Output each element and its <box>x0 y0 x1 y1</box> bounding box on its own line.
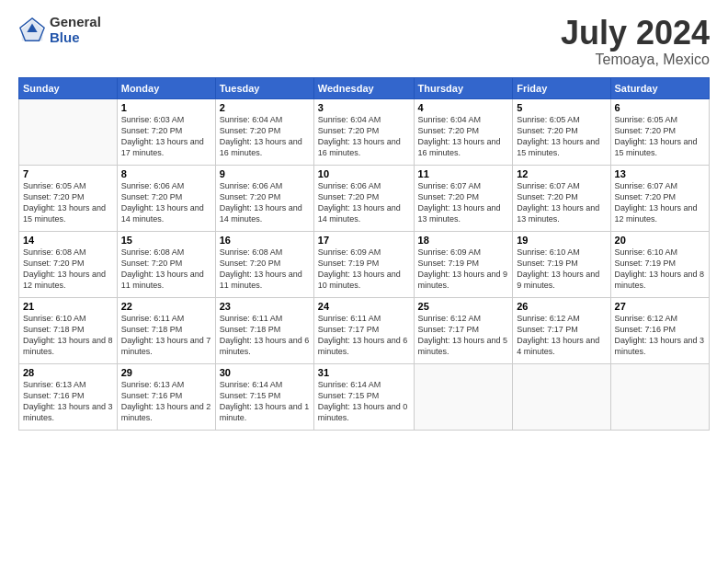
day-info: Sunrise: 6:07 AMSunset: 7:20 PMDaylight:… <box>517 180 606 225</box>
col-thursday: Thursday <box>414 77 513 98</box>
day-number: 17 <box>318 235 410 246</box>
sunrise-text: Sunrise: 6:09 AM <box>318 247 381 257</box>
day-number: 9 <box>220 168 310 179</box>
day-info: Sunrise: 6:12 AMSunset: 7:17 PMDaylight:… <box>418 313 509 358</box>
day-info: Sunrise: 6:05 AMSunset: 7:20 PMDaylight:… <box>23 180 113 225</box>
col-sunday: Sunday <box>19 77 118 98</box>
calendar-week-row: 28Sunrise: 6:13 AMSunset: 7:16 PMDayligh… <box>19 363 710 430</box>
table-row: 18Sunrise: 6:09 AMSunset: 7:19 PMDayligh… <box>414 231 513 297</box>
table-row: 8Sunrise: 6:06 AMSunset: 7:20 PMDaylight… <box>117 165 215 231</box>
day-number: 29 <box>121 367 211 378</box>
table-row: 22Sunrise: 6:11 AMSunset: 7:18 PMDayligh… <box>117 297 215 363</box>
daylight-text: Daylight: 13 hours and 13 minutes. <box>517 203 599 224</box>
sunset-text: Sunset: 7:20 PM <box>121 126 183 135</box>
day-number: 13 <box>615 168 705 179</box>
table-row: 28Sunrise: 6:13 AMSunset: 7:16 PMDayligh… <box>19 363 118 430</box>
day-info: Sunrise: 6:06 AMSunset: 7:20 PMDaylight:… <box>318 180 410 225</box>
sunset-text: Sunset: 7:20 PM <box>121 259 183 268</box>
sunrise-text: Sunrise: 6:04 AM <box>220 115 283 124</box>
sunrise-text: Sunrise: 6:06 AM <box>121 181 185 190</box>
day-number: 5 <box>517 102 606 113</box>
day-info: Sunrise: 6:07 AMSunset: 7:20 PMDaylight:… <box>418 180 509 225</box>
sunset-text: Sunset: 7:19 PM <box>517 259 578 268</box>
calendar-header-row: Sunday Monday Tuesday Wednesday Thursday… <box>19 77 710 98</box>
daylight-text: Daylight: 13 hours and 14 minutes. <box>121 203 204 224</box>
sunset-text: Sunset: 7:17 PM <box>517 325 578 334</box>
daylight-text: Daylight: 13 hours and 12 minutes. <box>615 203 698 224</box>
daylight-text: Daylight: 13 hours and 3 minutes. <box>23 402 113 422</box>
day-info: Sunrise: 6:04 AMSunset: 7:20 PMDaylight:… <box>418 114 509 159</box>
day-info: Sunrise: 6:10 AMSunset: 7:19 PMDaylight:… <box>517 247 606 292</box>
calendar-table: Sunday Monday Tuesday Wednesday Thursday… <box>18 77 710 431</box>
table-row: 27Sunrise: 6:12 AMSunset: 7:16 PMDayligh… <box>610 297 709 363</box>
sunset-text: Sunset: 7:20 PM <box>220 192 281 201</box>
sunrise-text: Sunrise: 6:13 AM <box>121 380 185 389</box>
day-number: 3 <box>318 102 410 113</box>
daylight-text: Daylight: 13 hours and 1 minute. <box>220 402 310 422</box>
daylight-text: Daylight: 13 hours and 15 minutes. <box>23 203 106 224</box>
day-number: 7 <box>23 168 113 179</box>
day-number: 27 <box>615 301 705 312</box>
logo-text: General Blue <box>50 15 101 45</box>
table-row: 16Sunrise: 6:08 AMSunset: 7:20 PMDayligh… <box>215 231 313 297</box>
sunrise-text: Sunrise: 6:06 AM <box>318 181 381 190</box>
daylight-text: Daylight: 13 hours and 12 minutes. <box>23 270 106 290</box>
col-friday: Friday <box>513 77 610 98</box>
sunrise-text: Sunrise: 6:08 AM <box>23 247 86 257</box>
col-monday: Monday <box>117 77 215 98</box>
daylight-text: Daylight: 13 hours and 4 minutes. <box>517 336 599 356</box>
day-info: Sunrise: 6:11 AMSunset: 7:18 PMDaylight:… <box>220 313 310 358</box>
calendar-week-row: 1Sunrise: 6:03 AMSunset: 7:20 PMDaylight… <box>19 98 710 165</box>
sunset-text: Sunset: 7:20 PM <box>517 192 578 201</box>
sunset-text: Sunset: 7:18 PM <box>23 325 85 334</box>
sunrise-text: Sunrise: 6:05 AM <box>615 115 678 124</box>
day-info: Sunrise: 6:09 AMSunset: 7:19 PMDaylight:… <box>418 247 509 292</box>
table-row: 2Sunrise: 6:04 AMSunset: 7:20 PMDaylight… <box>215 98 313 165</box>
table-row: 3Sunrise: 6:04 AMSunset: 7:20 PMDaylight… <box>313 98 414 165</box>
day-number: 12 <box>517 168 606 179</box>
sunset-text: Sunset: 7:20 PM <box>517 126 578 135</box>
sunrise-text: Sunrise: 6:05 AM <box>23 181 86 190</box>
sunrise-text: Sunrise: 6:07 AM <box>517 181 580 190</box>
sunset-text: Sunset: 7:20 PM <box>418 192 480 201</box>
day-info: Sunrise: 6:13 AMSunset: 7:16 PMDaylight:… <box>23 379 113 424</box>
day-number: 30 <box>220 367 310 378</box>
logo-icon <box>18 17 46 44</box>
title-block: July 2024 Temoaya, Mexico <box>561 15 710 68</box>
day-number: 24 <box>318 301 410 312</box>
sunrise-text: Sunrise: 6:14 AM <box>318 380 381 389</box>
day-info: Sunrise: 6:11 AMSunset: 7:18 PMDaylight:… <box>121 313 211 358</box>
sunrise-text: Sunrise: 6:11 AM <box>220 314 283 323</box>
day-number: 6 <box>615 102 705 113</box>
sunset-text: Sunset: 7:20 PM <box>23 192 85 201</box>
day-info: Sunrise: 6:12 AMSunset: 7:17 PMDaylight:… <box>517 313 606 358</box>
calendar-week-row: 7Sunrise: 6:05 AMSunset: 7:20 PMDaylight… <box>19 165 710 231</box>
sunset-text: Sunset: 7:15 PM <box>220 391 281 400</box>
sunrise-text: Sunrise: 6:12 AM <box>418 314 482 323</box>
sunrise-text: Sunrise: 6:09 AM <box>418 247 482 257</box>
table-row: 24Sunrise: 6:11 AMSunset: 7:17 PMDayligh… <box>313 297 414 363</box>
day-number: 4 <box>418 102 509 113</box>
table-row <box>610 363 709 430</box>
col-saturday: Saturday <box>610 77 709 98</box>
sunset-text: Sunset: 7:20 PM <box>220 259 281 268</box>
day-number: 28 <box>23 367 113 378</box>
daylight-text: Daylight: 13 hours and 6 minutes. <box>220 336 310 356</box>
day-info: Sunrise: 6:12 AMSunset: 7:16 PMDaylight:… <box>615 313 705 358</box>
daylight-text: Daylight: 13 hours and 8 minutes. <box>615 270 705 290</box>
sunrise-text: Sunrise: 6:04 AM <box>418 115 482 124</box>
table-row: 30Sunrise: 6:14 AMSunset: 7:15 PMDayligh… <box>215 363 313 430</box>
day-info: Sunrise: 6:08 AMSunset: 7:20 PMDaylight:… <box>220 247 310 292</box>
daylight-text: Daylight: 13 hours and 14 minutes. <box>318 203 401 224</box>
sunset-text: Sunset: 7:17 PM <box>318 325 380 334</box>
sunset-text: Sunset: 7:16 PM <box>121 391 183 400</box>
logo-general-text: General <box>50 15 101 30</box>
table-row: 20Sunrise: 6:10 AMSunset: 7:19 PMDayligh… <box>610 231 709 297</box>
sunrise-text: Sunrise: 6:04 AM <box>318 115 381 124</box>
sunset-text: Sunset: 7:20 PM <box>318 126 380 135</box>
day-number: 20 <box>615 235 705 246</box>
sunrise-text: Sunrise: 6:08 AM <box>121 247 185 257</box>
daylight-text: Daylight: 13 hours and 11 minutes. <box>220 270 302 290</box>
subtitle: Temoaya, Mexico <box>561 52 710 68</box>
sunset-text: Sunset: 7:20 PM <box>121 192 183 201</box>
